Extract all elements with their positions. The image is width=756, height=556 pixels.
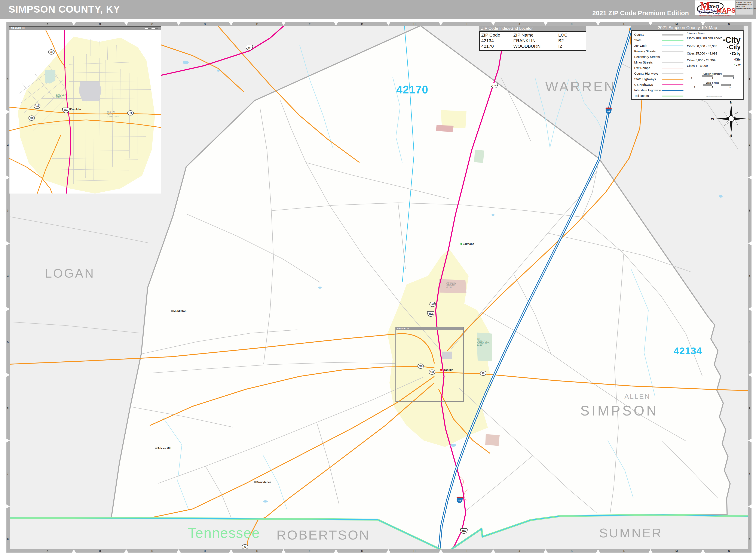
legend-line-sample — [662, 45, 684, 46]
area-tan-2 — [485, 434, 500, 446]
scale-km-title: Scale in Kilometers — [691, 73, 734, 75]
grid-notch — [748, 505, 752, 508]
grid-notch — [439, 549, 443, 553]
col-loc: LOC — [558, 32, 584, 38]
legend-line-sample — [662, 79, 684, 79]
inset-title: FRANKLIN — [11, 27, 25, 30]
town-label: Franklin — [440, 368, 453, 372]
town-label: Prices Mill — [155, 447, 171, 450]
grid-notches-right — [748, 22, 752, 553]
compass-s: S — [730, 134, 732, 137]
grid-notch — [387, 22, 390, 26]
town-dot-icon — [171, 310, 173, 312]
scale-mi-bar — [694, 84, 730, 86]
map-label: ROBERTSON — [276, 528, 370, 542]
legend-line-label: County Highways — [634, 72, 658, 75]
map-label: JIM ROBERTS COMMUNITY PARK — [477, 338, 490, 347]
grid-notches-bottom — [6, 549, 752, 553]
scale-mi-tick: 0 — [694, 86, 695, 88]
scale-miles: Scale in Miles 0 .5 1 — [694, 82, 730, 88]
indicator-title-bar: FRANKLIN — [396, 327, 463, 331]
grid-notch — [72, 549, 76, 553]
city-dot-icon — [734, 59, 734, 60]
legend-line-sample — [662, 51, 684, 51]
map-label: SIMPSON — [580, 404, 658, 418]
grid-notch — [282, 549, 286, 553]
header-bar: SIMPSON COUNTY, KY 2021 ZIP Code Premium… — [0, 0, 756, 19]
logo-subtitle: America's Leading Source of Business Map… — [695, 14, 734, 17]
grid-notch — [748, 176, 752, 179]
contact-email: mapsales@MarketMAPS.com — [736, 8, 752, 9]
legend-line-item: Secondary Streets — [634, 55, 686, 59]
compass-w: W — [711, 117, 714, 120]
legend-line-sample — [662, 96, 684, 97]
legend-line-sample — [662, 73, 684, 74]
zip-code-cell: 42170 — [481, 43, 513, 49]
grid-notch — [544, 549, 548, 553]
legend-line-label: Minor Streets — [634, 61, 653, 64]
compass-rose-icon — [715, 101, 747, 135]
legend-line-item: Exit Ramps — [634, 66, 686, 70]
col-zip-code: ZIP Code — [481, 32, 513, 38]
legend-line-label: Secondary Streets — [634, 55, 660, 59]
grid-notch — [387, 549, 390, 553]
legend-line-label: Primary Streets — [634, 49, 656, 53]
state-highway-shield-icon: 73 — [48, 49, 55, 55]
legend-line-label: Exit Ramps — [634, 66, 650, 70]
grid-notch — [6, 505, 10, 508]
town-dot-icon — [155, 448, 157, 449]
legend-city-sample: City — [734, 63, 741, 66]
inset-extent-indicator: FRANKLIN — [395, 327, 464, 402]
franklin-inset-map: FRANKLIN — [9, 26, 161, 194]
town-label: Salmons — [460, 242, 474, 245]
scale-kilometers: Scale in Kilometers 0 1 2 — [691, 73, 734, 79]
grid-notch — [596, 22, 600, 26]
grid-notch — [124, 549, 128, 553]
grid-notch — [177, 22, 180, 26]
city-dot-icon — [727, 47, 728, 48]
state-highway-shield-icon: 383 — [418, 363, 424, 369]
legend-line-sample — [662, 84, 684, 85]
grid-notch — [748, 110, 752, 114]
grid-notch — [748, 241, 752, 245]
legend-line-sample — [662, 62, 684, 63]
legend-city-sample: City — [734, 58, 741, 61]
town-name: Providence — [256, 481, 271, 484]
loc-cell: I2 — [558, 43, 584, 49]
inset-canvas — [9, 30, 161, 194]
town-name: Franklin — [442, 368, 453, 372]
grid-notch — [72, 22, 76, 26]
scale-km-bar — [691, 75, 734, 77]
town-dot-icon — [254, 481, 256, 483]
grid-notch — [649, 549, 652, 553]
grid-notch — [596, 549, 600, 553]
legend-line-item: Minor Streets — [634, 60, 686, 65]
legend-cities-title: Cities and Towns — [687, 32, 704, 35]
legend-line-item: State — [634, 38, 686, 42]
town-label: Franklin — [68, 108, 81, 111]
map-label: LINCOLN PARK — [56, 94, 66, 99]
city-dot-icon — [730, 53, 731, 54]
state-highway-shield-icon: 100 — [429, 370, 435, 375]
legend-line-item: Toll Roads — [634, 94, 686, 98]
town-name: Prices Mill — [158, 447, 171, 450]
grid-notch — [124, 22, 128, 26]
town-label: Middleton — [171, 309, 186, 313]
grid-notch — [177, 549, 180, 553]
grid-notch — [748, 373, 752, 377]
legend-line-item: ZIP Code — [634, 44, 686, 48]
legend-title: 2021 Simpson County, KY Map — [631, 25, 744, 30]
legend-city-label: Cities 50,000 - 99,999 — [687, 44, 717, 48]
map-label: LOGAN — [45, 267, 95, 280]
grid-notch — [6, 307, 10, 311]
compass-n: N — [730, 101, 732, 104]
inset-cemetery — [79, 81, 101, 101]
grid-notch — [748, 439, 752, 443]
scale-mi-title: Scale in Miles — [694, 82, 730, 84]
contact-phone: 1-888-434-MAPS (6277) — [736, 4, 752, 5]
grid-notch — [334, 22, 338, 26]
grid-notch — [229, 22, 233, 26]
grid-notch — [282, 22, 286, 26]
map-legend: 2021 Simpson County, KY Map County State… — [631, 25, 744, 100]
grid-notch — [334, 549, 338, 553]
